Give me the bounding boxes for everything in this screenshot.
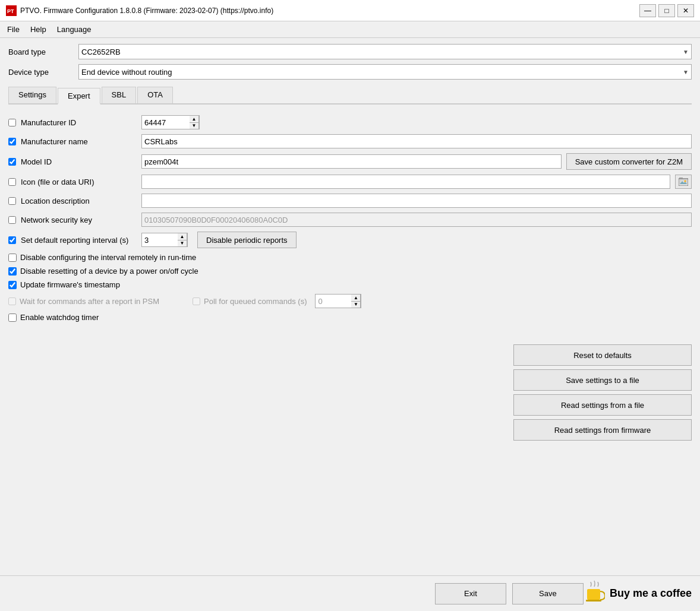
manufacturer-name-row: Manufacturer name (8, 134, 692, 148)
minimize-button[interactable]: — (639, 4, 656, 17)
model-id-input[interactable] (141, 154, 562, 169)
read-settings-from-firmware-button[interactable]: Read settings from firmware (513, 419, 692, 441)
save-custom-converter-button[interactable]: Save custom converter for Z2M (566, 153, 692, 170)
menu-file[interactable]: File (2, 23, 24, 36)
maximize-button[interactable]: □ (658, 4, 675, 17)
icon-label: Icon (file or data URI) (21, 178, 137, 186)
expert-tab-content: Manufacturer ID ▲ ▼ Manufacturer name Mo… (8, 109, 692, 569)
model-id-row: Model ID Save custom converter for Z2M (8, 153, 692, 170)
poll-for-queued-input[interactable] (316, 295, 351, 308)
device-type-label: Device type (8, 68, 74, 77)
board-type-select[interactable]: CC2652RB ▼ (78, 44, 692, 59)
bottom-center: Exit Save (435, 583, 584, 604)
disable-configuring-label: Disable configuring the interval remotel… (20, 253, 196, 262)
tab-expert[interactable]: Expert (58, 88, 100, 105)
disable-periodic-reports-button[interactable]: Disable periodic reports (197, 232, 297, 248)
manufacturer-id-label: Manufacturer ID (21, 118, 137, 127)
exit-button[interactable]: Exit (435, 583, 506, 604)
poll-for-queued-up[interactable]: ▲ (351, 294, 361, 301)
update-firmware-timestamp-label: Update firmware's timestamp (20, 280, 120, 289)
device-type-value: End device without routing (81, 68, 172, 77)
enable-watchdog-checkbox[interactable] (8, 314, 17, 322)
reset-to-defaults-button[interactable]: Reset to defaults (513, 344, 692, 366)
manufacturer-id-spinner-btns: ▲ ▼ (190, 115, 199, 129)
icon-checkbox[interactable] (8, 178, 16, 186)
board-type-arrow: ▼ (683, 49, 689, 55)
title-text: PTVO. Firmware Configuration 1.8.0.8 (Fi… (20, 7, 273, 15)
close-button[interactable]: ✕ (677, 4, 694, 17)
tab-ota[interactable]: OTA (137, 87, 173, 103)
manufacturer-name-input[interactable] (141, 134, 692, 148)
reporting-interval-label: Set default reporting interval (s) (21, 236, 137, 245)
poll-for-queued-down[interactable]: ▼ (351, 301, 361, 308)
tab-settings[interactable]: Settings (8, 87, 56, 103)
disable-resetting-checkbox[interactable] (8, 267, 17, 276)
coffee-icon (584, 580, 605, 607)
psm-right: Poll for queued commands (s) ▲ ▼ (193, 294, 361, 308)
svg-rect-9 (586, 600, 601, 601)
psm-row: Wait for commands after a report in PSM … (8, 294, 692, 308)
disable-resetting-label: Disable resetting of a device by a power… (20, 267, 198, 276)
model-id-checkbox[interactable] (8, 158, 16, 166)
svg-point-7 (685, 181, 686, 182)
manufacturer-id-spinner[interactable]: ▲ ▼ (141, 115, 200, 129)
location-description-input[interactable] (141, 194, 692, 208)
tab-sbl[interactable]: SBL (102, 87, 137, 103)
coffee-label[interactable]: Buy me a coffee (610, 587, 692, 600)
location-description-label: Location description (21, 197, 137, 205)
disable-resetting-row: Disable resetting of a device by a power… (8, 267, 692, 276)
update-firmware-timestamp-checkbox[interactable] (8, 281, 17, 289)
enable-watchdog-row: Enable watchdog timer (8, 313, 692, 322)
action-buttons: Reset to defaults Save settings to a fil… (8, 344, 692, 441)
device-type-row: Device type End device without routing ▼ (8, 64, 692, 80)
disable-configuring-row: Disable configuring the interval remotel… (8, 253, 692, 262)
save-settings-to-file-button[interactable]: Save settings to a file (513, 369, 692, 391)
psm-left: Wait for commands after a report in PSM (8, 297, 159, 306)
board-type-value: CC2652RB (81, 48, 121, 56)
board-type-row: Board type CC2652RB ▼ (8, 44, 692, 59)
location-description-checkbox[interactable] (8, 197, 16, 205)
app-icon: P T (6, 5, 17, 16)
location-description-row: Location description (8, 194, 692, 208)
disable-configuring-checkbox[interactable] (8, 254, 17, 262)
reporting-interval-input[interactable] (142, 233, 178, 246)
network-security-key-row: Network security key (8, 213, 692, 227)
reporting-interval-up[interactable]: ▲ (178, 233, 187, 240)
poll-for-queued-checkbox[interactable] (193, 297, 200, 305)
reporting-interval-checkbox[interactable] (8, 236, 16, 244)
main-content: Board type CC2652RB ▼ Device type End de… (0, 38, 700, 575)
device-type-select[interactable]: End device without routing ▼ (78, 64, 692, 80)
manufacturer-name-label: Manufacturer name (21, 137, 137, 146)
coffee-section: Buy me a coffee (584, 580, 692, 607)
manufacturer-id-input[interactable] (142, 116, 190, 129)
device-type-arrow: ▼ (683, 69, 689, 75)
poll-for-queued-label: Poll for queued commands (s) (204, 297, 307, 306)
manufacturer-name-checkbox[interactable] (8, 138, 16, 145)
manufacturer-id-up[interactable]: ▲ (190, 115, 199, 122)
read-settings-from-file-button[interactable]: Read settings from a file (513, 394, 692, 416)
manufacturer-id-down[interactable]: ▼ (190, 122, 199, 129)
icon-row: Icon (file or data URI) (8, 175, 692, 189)
reporting-interval-down[interactable]: ▼ (178, 240, 187, 247)
icon-browse-button[interactable] (675, 175, 692, 189)
wait-for-commands-checkbox[interactable] (8, 297, 16, 305)
menu-language[interactable]: Language (52, 23, 96, 36)
menu-help[interactable]: Help (26, 23, 51, 36)
board-type-label: Board type (8, 48, 74, 56)
icon-input[interactable] (141, 175, 670, 189)
network-security-key-checkbox[interactable] (8, 216, 16, 224)
poll-for-queued-spinner[interactable]: ▲ ▼ (315, 294, 361, 308)
network-security-key-label: Network security key (21, 216, 137, 224)
svg-text:T: T (11, 8, 14, 14)
network-security-key-input[interactable] (141, 213, 692, 227)
poll-for-queued-spinner-btns: ▲ ▼ (351, 294, 361, 308)
model-id-label: Model ID (21, 157, 137, 166)
wait-for-commands-label: Wait for commands after a report in PSM (20, 297, 159, 306)
save-button[interactable]: Save (512, 583, 584, 604)
window-controls: — □ ✕ (639, 4, 694, 17)
reporting-interval-spinner[interactable]: ▲ ▼ (141, 233, 188, 247)
tab-bar: Settings Expert SBL OTA (8, 87, 692, 105)
reporting-interval-spinner-btns: ▲ ▼ (178, 233, 187, 247)
update-firmware-timestamp-row: Update firmware's timestamp (8, 280, 692, 289)
manufacturer-id-checkbox[interactable] (8, 119, 16, 126)
